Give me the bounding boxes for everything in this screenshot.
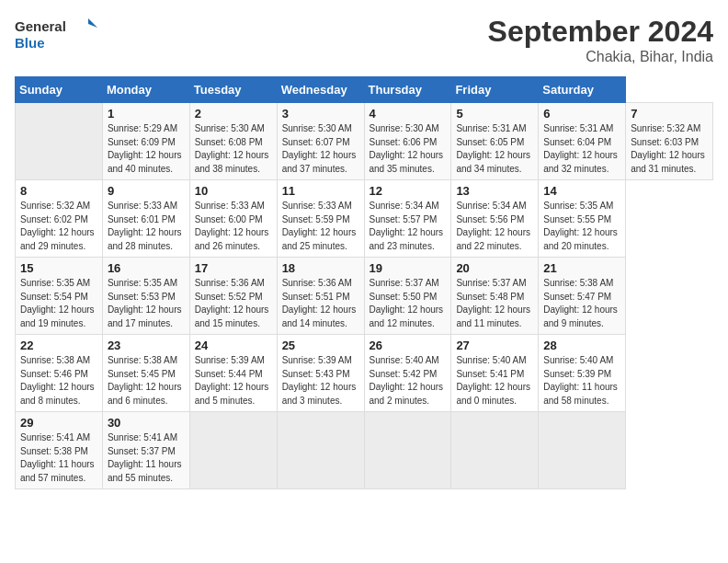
day-info: Sunrise: 5:31 AMSunset: 6:05 PMDaylight:… — [456, 122, 533, 176]
col-header-monday: Monday — [102, 77, 189, 103]
day-number: 24 — [195, 339, 272, 352]
calendar-cell: 1Sunrise: 5:29 AMSunset: 6:09 PMDaylight… — [102, 103, 189, 180]
day-info: Sunrise: 5:39 AMSunset: 5:43 PMDaylight:… — [282, 354, 359, 408]
svg-marker-2 — [88, 18, 97, 28]
calendar-cell: 28Sunrise: 5:40 AMSunset: 5:39 PMDayligh… — [539, 335, 626, 412]
logo-icon: General Blue — [15, 15, 97, 56]
day-info: Sunrise: 5:34 AMSunset: 5:57 PMDaylight:… — [370, 200, 447, 253]
day-number: 28 — [543, 339, 620, 352]
day-number: 14 — [543, 184, 620, 198]
day-number: 1 — [108, 107, 185, 121]
day-info: Sunrise: 5:40 AMSunset: 5:42 PMDaylight:… — [370, 354, 447, 408]
calendar-cell: 3Sunrise: 5:30 AMSunset: 6:07 PMDaylight… — [277, 103, 364, 180]
calendar-cell: 23Sunrise: 5:38 AMSunset: 5:45 PMDayligh… — [102, 335, 189, 412]
svg-text:General: General — [15, 18, 66, 34]
day-info: Sunrise: 5:36 AMSunset: 5:51 PMDaylight:… — [282, 277, 359, 330]
day-number: 30 — [108, 416, 185, 430]
day-number: 3 — [282, 107, 359, 121]
day-info: Sunrise: 5:33 AMSunset: 6:00 PMDaylight:… — [195, 200, 272, 253]
calendar-cell: 2Sunrise: 5:30 AMSunset: 6:08 PMDaylight… — [189, 103, 277, 180]
day-number: 21 — [543, 261, 620, 275]
calendar-cell — [189, 412, 277, 489]
day-number: 10 — [195, 184, 272, 198]
calendar-table: SundayMondayTuesdayWednesdayThursdayFrid… — [15, 76, 713, 489]
day-number: 22 — [20, 339, 97, 352]
location-subtitle: Chakia, Bihar, India — [488, 49, 713, 65]
calendar-cell: 13Sunrise: 5:34 AMSunset: 5:56 PMDayligh… — [451, 180, 539, 258]
page-header: General Blue September 2024 Chakia, Biha… — [15, 15, 713, 65]
day-number: 8 — [20, 184, 97, 198]
calendar-cell: 19Sunrise: 5:37 AMSunset: 5:50 PMDayligh… — [364, 258, 451, 335]
day-info: Sunrise: 5:40 AMSunset: 5:41 PMDaylight:… — [456, 354, 533, 408]
day-info: Sunrise: 5:30 AMSunset: 6:08 PMDaylight:… — [195, 122, 272, 176]
day-number: 9 — [108, 184, 185, 198]
col-header-sunday: Sunday — [16, 77, 103, 103]
calendar-cell: 17Sunrise: 5:36 AMSunset: 5:52 PMDayligh… — [189, 258, 277, 335]
calendar-cell: 21Sunrise: 5:38 AMSunset: 5:47 PMDayligh… — [539, 258, 626, 335]
day-number: 29 — [20, 416, 97, 430]
day-info: Sunrise: 5:30 AMSunset: 6:07 PMDaylight:… — [282, 122, 359, 176]
day-number: 2 — [195, 107, 272, 121]
day-number: 25 — [282, 339, 359, 352]
day-number: 4 — [370, 107, 447, 121]
day-info: Sunrise: 5:33 AMSunset: 5:59 PMDaylight:… — [282, 200, 359, 253]
day-info: Sunrise: 5:29 AMSunset: 6:09 PMDaylight:… — [108, 122, 185, 176]
day-info: Sunrise: 5:34 AMSunset: 5:56 PMDaylight:… — [456, 200, 533, 253]
calendar-cell: 20Sunrise: 5:37 AMSunset: 5:48 PMDayligh… — [451, 258, 539, 335]
day-info: Sunrise: 5:35 AMSunset: 5:53 PMDaylight:… — [108, 277, 185, 330]
day-number: 12 — [370, 184, 447, 198]
calendar-cell: 18Sunrise: 5:36 AMSunset: 5:51 PMDayligh… — [277, 258, 364, 335]
calendar-cell: 25Sunrise: 5:39 AMSunset: 5:43 PMDayligh… — [277, 335, 364, 412]
calendar-cell: 12Sunrise: 5:34 AMSunset: 5:57 PMDayligh… — [364, 180, 451, 258]
day-info: Sunrise: 5:36 AMSunset: 5:52 PMDaylight:… — [195, 277, 272, 330]
day-info: Sunrise: 5:32 AMSunset: 6:02 PMDaylight:… — [20, 200, 97, 253]
day-info: Sunrise: 5:33 AMSunset: 6:01 PMDaylight:… — [108, 200, 185, 253]
day-number: 6 — [543, 107, 620, 121]
calendar-cell: 16Sunrise: 5:35 AMSunset: 5:53 PMDayligh… — [102, 258, 189, 335]
calendar-cell: 14Sunrise: 5:35 AMSunset: 5:55 PMDayligh… — [539, 180, 626, 258]
col-header-wednesday: Wednesday — [277, 77, 364, 103]
col-header-friday: Friday — [451, 77, 539, 103]
day-number: 20 — [456, 261, 533, 275]
calendar-cell — [451, 412, 539, 489]
calendar-cell: 26Sunrise: 5:40 AMSunset: 5:42 PMDayligh… — [364, 335, 451, 412]
day-info: Sunrise: 5:32 AMSunset: 6:03 PMDaylight:… — [631, 122, 708, 176]
day-info: Sunrise: 5:37 AMSunset: 5:48 PMDaylight:… — [456, 277, 533, 330]
calendar-cell: 27Sunrise: 5:40 AMSunset: 5:41 PMDayligh… — [451, 335, 539, 412]
calendar-cell — [539, 412, 626, 489]
day-number: 15 — [20, 261, 97, 275]
day-info: Sunrise: 5:37 AMSunset: 5:50 PMDaylight:… — [370, 277, 447, 330]
calendar-cell: 24Sunrise: 5:39 AMSunset: 5:44 PMDayligh… — [189, 335, 277, 412]
col-header-tuesday: Tuesday — [189, 77, 277, 103]
calendar-cell: 22Sunrise: 5:38 AMSunset: 5:46 PMDayligh… — [16, 335, 103, 412]
day-info: Sunrise: 5:38 AMSunset: 5:47 PMDaylight:… — [543, 277, 620, 330]
calendar-cell: 7Sunrise: 5:32 AMSunset: 6:03 PMDaylight… — [626, 103, 713, 180]
day-number: 18 — [282, 261, 359, 275]
day-info: Sunrise: 5:38 AMSunset: 5:46 PMDaylight:… — [20, 354, 97, 408]
day-info: Sunrise: 5:30 AMSunset: 6:06 PMDaylight:… — [370, 122, 447, 176]
calendar-cell: 5Sunrise: 5:31 AMSunset: 6:05 PMDaylight… — [451, 103, 539, 180]
calendar-cell: 6Sunrise: 5:31 AMSunset: 6:04 PMDaylight… — [539, 103, 626, 180]
svg-text:Blue: Blue — [15, 35, 45, 51]
day-number: 19 — [370, 261, 447, 275]
day-info: Sunrise: 5:38 AMSunset: 5:45 PMDaylight:… — [108, 354, 185, 408]
day-info: Sunrise: 5:31 AMSunset: 6:04 PMDaylight:… — [543, 122, 620, 176]
calendar-cell: 15Sunrise: 5:35 AMSunset: 5:54 PMDayligh… — [16, 258, 103, 335]
calendar-cell: 9Sunrise: 5:33 AMSunset: 6:01 PMDaylight… — [102, 180, 189, 258]
logo: General Blue — [15, 15, 97, 56]
calendar-cell: 11Sunrise: 5:33 AMSunset: 5:59 PMDayligh… — [277, 180, 364, 258]
calendar-cell: 10Sunrise: 5:33 AMSunset: 6:00 PMDayligh… — [189, 180, 277, 258]
day-info: Sunrise: 5:39 AMSunset: 5:44 PMDaylight:… — [195, 354, 272, 408]
day-info: Sunrise: 5:40 AMSunset: 5:39 PMDaylight:… — [543, 354, 620, 408]
month-title: September 2024 — [488, 15, 713, 49]
day-number: 16 — [108, 261, 185, 275]
col-header-thursday: Thursday — [364, 77, 451, 103]
day-info: Sunrise: 5:41 AMSunset: 5:38 PMDaylight:… — [20, 431, 97, 485]
calendar-cell — [16, 103, 103, 180]
day-number: 17 — [195, 261, 272, 275]
day-number: 7 — [631, 107, 708, 121]
day-number: 13 — [456, 184, 533, 198]
day-number: 27 — [456, 339, 533, 352]
calendar-cell: 4Sunrise: 5:30 AMSunset: 6:06 PMDaylight… — [364, 103, 451, 180]
day-info: Sunrise: 5:41 AMSunset: 5:37 PMDaylight:… — [108, 431, 185, 485]
